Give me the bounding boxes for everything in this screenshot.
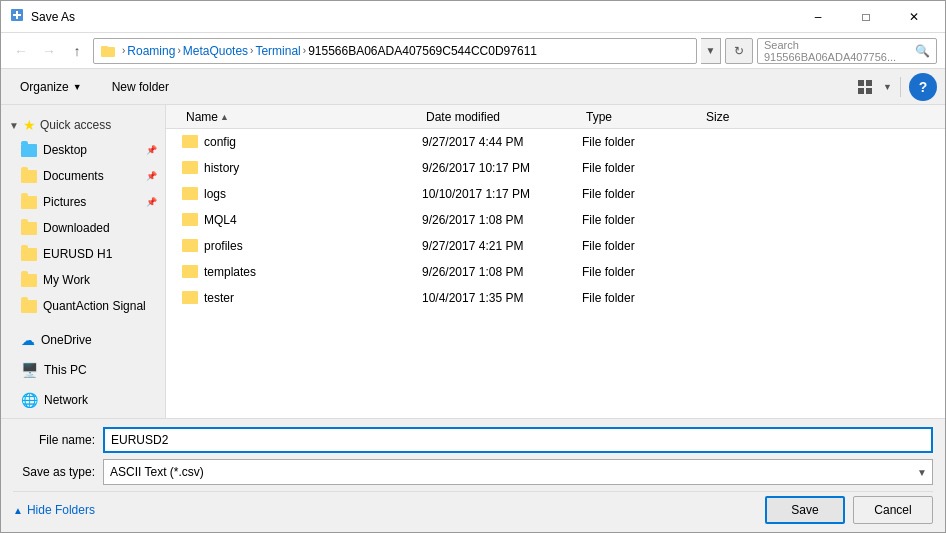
table-row[interactable]: MQL4 9/26/2017 1:08 PM File folder bbox=[166, 207, 945, 233]
up-button[interactable]: ↑ bbox=[65, 39, 89, 63]
cancel-button[interactable]: Cancel bbox=[853, 496, 933, 524]
breadcrumb: › Roaming › MetaQuotes › Terminal › 9155… bbox=[93, 38, 697, 64]
sidebar-item-downloaded[interactable]: Downloaded bbox=[1, 215, 165, 241]
table-row[interactable]: history 9/26/2017 10:17 PM File folder bbox=[166, 155, 945, 181]
hide-folders-button[interactable]: ▲ Hide Folders bbox=[13, 503, 95, 517]
file-type-cell: File folder bbox=[582, 265, 702, 279]
cancel-label: Cancel bbox=[874, 503, 911, 517]
search-box[interactable]: Search 915566BA06ADA407756... 🔍 bbox=[757, 38, 937, 64]
file-name-cell: templates bbox=[182, 265, 422, 279]
forward-button[interactable]: → bbox=[37, 39, 61, 63]
file-name-cell: logs bbox=[182, 187, 422, 201]
table-row[interactable]: profiles 9/27/2017 4:21 PM File folder bbox=[166, 233, 945, 259]
bottom-bar: File name: Save as type: ASCII Text (*.c… bbox=[1, 418, 945, 532]
bottom-actions: ▲ Hide Folders Save Cancel bbox=[13, 491, 933, 524]
file-date-cell: 9/27/2017 4:44 PM bbox=[422, 135, 582, 149]
file-rows-container: config 9/27/2017 4:44 PM File folder his… bbox=[166, 129, 945, 311]
svg-rect-4 bbox=[101, 46, 108, 49]
save-label: Save bbox=[791, 503, 818, 517]
file-type-cell: File folder bbox=[582, 291, 702, 305]
onedrive-icon: ☁ bbox=[21, 332, 35, 348]
sidebar-item-onedrive[interactable]: ☁ OneDrive bbox=[1, 327, 165, 353]
refresh-button[interactable]: ↻ bbox=[725, 38, 753, 64]
close-button[interactable]: ✕ bbox=[891, 2, 937, 32]
network-icon: 🌐 bbox=[21, 392, 38, 408]
thispc-icon: 🖥️ bbox=[21, 362, 38, 378]
window-title: Save As bbox=[31, 10, 795, 24]
eurusd-folder-icon bbox=[21, 248, 37, 261]
minimize-button[interactable]: – bbox=[795, 2, 841, 32]
col-name-label: Name bbox=[186, 110, 218, 124]
table-row[interactable]: config 9/27/2017 4:44 PM File folder bbox=[166, 129, 945, 155]
main-area: ▼ ★ Quick access Desktop 📌 Documents 📌 bbox=[1, 105, 945, 418]
save-button[interactable]: Save bbox=[765, 496, 845, 524]
view-dropdown-arrow: ▼ bbox=[883, 82, 892, 92]
window-icon bbox=[9, 7, 25, 26]
desktop-pin-icon: 📌 bbox=[146, 145, 157, 155]
breadcrumb-roaming[interactable]: Roaming bbox=[127, 44, 175, 58]
file-list-header: Name ▲ Date modified Type Size bbox=[166, 105, 945, 129]
sort-arrow-icon: ▲ bbox=[220, 112, 229, 122]
sidebar-thispc-label: This PC bbox=[44, 363, 87, 377]
view-button[interactable] bbox=[851, 74, 879, 100]
save-as-type-select[interactable]: ASCII Text (*.csv) bbox=[103, 459, 933, 485]
quick-access-star-icon: ★ bbox=[23, 117, 36, 133]
quick-access-label: Quick access bbox=[40, 118, 111, 132]
sidebar-item-thispc[interactable]: 🖥️ This PC bbox=[1, 357, 165, 383]
svg-rect-7 bbox=[858, 88, 864, 94]
help-button[interactable]: ? bbox=[909, 73, 937, 101]
maximize-button[interactable]: □ bbox=[843, 2, 889, 32]
col-header-size[interactable]: Size bbox=[702, 110, 782, 124]
sidebar-item-desktop[interactable]: Desktop 📌 bbox=[1, 137, 165, 163]
table-row[interactable]: logs 10/10/2017 1:17 PM File folder bbox=[166, 181, 945, 207]
search-icon: 🔍 bbox=[915, 44, 930, 58]
folder-icon bbox=[182, 291, 198, 304]
new-folder-button[interactable]: New folder bbox=[101, 74, 180, 100]
sidebar-item-my-work[interactable]: My Work bbox=[1, 267, 165, 293]
quantaction-folder-icon bbox=[21, 300, 37, 313]
sidebar-item-pictures[interactable]: Pictures 📌 bbox=[1, 189, 165, 215]
sidebar-documents-label: Documents bbox=[43, 169, 104, 183]
toolbar-right: ▼ ? bbox=[851, 73, 937, 101]
file-type-cell: File folder bbox=[582, 187, 702, 201]
breadcrumb-dropdown-button[interactable]: ▼ bbox=[701, 38, 721, 64]
toolbar: Organize ▼ New folder ▼ ? bbox=[1, 69, 945, 105]
breadcrumb-metaquotes[interactable]: MetaQuotes bbox=[183, 44, 248, 58]
table-row[interactable]: tester 10/4/2017 1:35 PM File folder bbox=[166, 285, 945, 311]
breadcrumb-terminal[interactable]: Terminal bbox=[255, 44, 300, 58]
sidebar-item-network[interactable]: 🌐 Network bbox=[1, 387, 165, 413]
content-area: Name ▲ Date modified Type Size config bbox=[166, 105, 945, 418]
sidebar-item-documents[interactable]: Documents 📌 bbox=[1, 163, 165, 189]
sidebar-item-quantaction[interactable]: QuantAction Signal bbox=[1, 293, 165, 319]
toolbar-separator bbox=[900, 77, 901, 97]
file-name-input[interactable] bbox=[103, 427, 933, 453]
sidebar-downloaded-label: Downloaded bbox=[43, 221, 110, 235]
sidebar-item-eurusd[interactable]: EURUSD H1 bbox=[1, 241, 165, 267]
file-type-cell: File folder bbox=[582, 213, 702, 227]
save-as-type-select-wrapper: ASCII Text (*.csv) ▼ bbox=[103, 459, 933, 485]
sidebar-section-quick-access[interactable]: ▼ ★ Quick access bbox=[1, 113, 165, 137]
col-size-label: Size bbox=[706, 110, 729, 124]
view-icon bbox=[857, 79, 873, 95]
col-header-type[interactable]: Type bbox=[582, 110, 702, 124]
file-type-cell: File folder bbox=[582, 135, 702, 149]
sidebar-eurusd-label: EURUSD H1 bbox=[43, 247, 112, 261]
search-placeholder: Search 915566BA06ADA407756... bbox=[764, 39, 915, 63]
back-button[interactable]: ← bbox=[9, 39, 33, 63]
table-row[interactable]: templates 9/26/2017 1:08 PM File folder bbox=[166, 259, 945, 285]
organize-button[interactable]: Organize ▼ bbox=[9, 74, 93, 100]
svg-rect-5 bbox=[858, 80, 864, 86]
folder-nav-icon bbox=[100, 43, 116, 59]
file-type-cell: File folder bbox=[582, 161, 702, 175]
col-header-date[interactable]: Date modified bbox=[422, 110, 582, 124]
help-label: ? bbox=[919, 79, 928, 95]
save-as-type-label: Save as type: bbox=[13, 465, 103, 479]
sidebar-spacer-1 bbox=[1, 319, 165, 327]
col-header-name[interactable]: Name ▲ bbox=[182, 110, 422, 124]
downloaded-folder-icon bbox=[21, 222, 37, 235]
file-date-cell: 10/10/2017 1:17 PM bbox=[422, 187, 582, 201]
file-date-cell: 9/26/2017 1:08 PM bbox=[422, 213, 582, 227]
file-date-cell: 10/4/2017 1:35 PM bbox=[422, 291, 582, 305]
documents-pin-icon: 📌 bbox=[146, 171, 157, 181]
col-type-label: Type bbox=[586, 110, 612, 124]
